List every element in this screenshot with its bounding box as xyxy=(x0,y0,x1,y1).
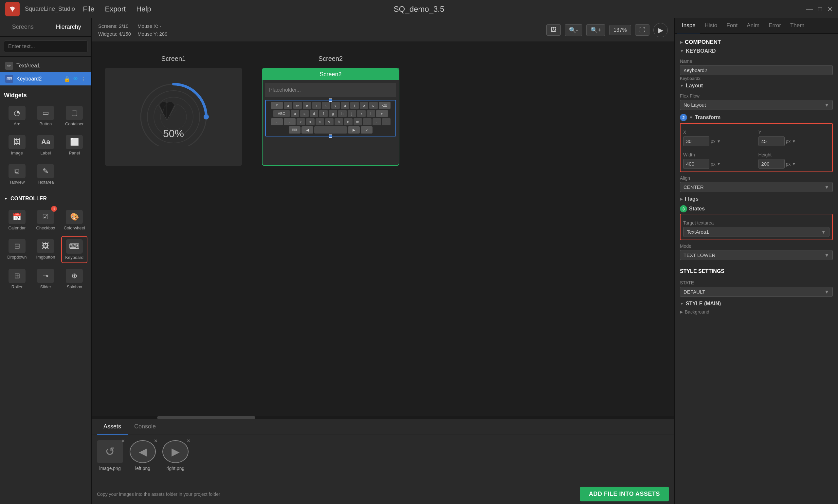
key-q[interactable]: q xyxy=(284,102,292,109)
widget-checkbox[interactable]: ☑ Checkbox 1 xyxy=(33,207,59,233)
canvas-scrollbar[interactable] xyxy=(92,416,674,419)
widget-slider[interactable]: ⊸ Slider xyxy=(33,266,59,292)
key-dash[interactable]: - xyxy=(284,118,296,125)
widget-image[interactable]: 🖼 Image xyxy=(4,132,30,158)
key-space[interactable] xyxy=(314,126,347,133)
widget-calendar[interactable]: 📅 Calendar xyxy=(4,207,30,233)
screen1-canvas[interactable]: 50% xyxy=(105,68,242,166)
search-input[interactable] xyxy=(4,40,87,52)
tab-hierarchy[interactable]: Hierarchy xyxy=(46,18,92,36)
maximize-button[interactable]: □ xyxy=(818,5,822,13)
widget-colorwheel[interactable]: 🎨 Colorwheel xyxy=(61,207,87,233)
target-textarea-dropdown[interactable]: TextArea1 ▼ xyxy=(683,227,830,237)
key-m[interactable]: m xyxy=(354,118,362,125)
canvas-viewport[interactable]: Screen1 xyxy=(92,42,674,419)
menu-file[interactable]: File xyxy=(83,5,94,14)
width-arrow[interactable]: ▼ xyxy=(717,162,721,166)
tab-anim[interactable]: Anim xyxy=(742,18,764,33)
mode-dropdown[interactable]: TEXT LOWER ▼ xyxy=(680,250,833,260)
zoom-level[interactable]: 137% xyxy=(609,25,631,35)
key-d[interactable]: d xyxy=(310,110,318,117)
widget-imgbutton[interactable]: 🖼 Imgbutton xyxy=(33,236,59,263)
key-k[interactable]: k xyxy=(357,110,365,117)
screen2-canvas[interactable]: Screen2 Placeholder... xyxy=(262,68,399,166)
key-l[interactable]: l xyxy=(367,110,375,117)
controller-collapse-arrow[interactable]: ▼ xyxy=(4,196,8,201)
background-section[interactable]: ▶ Background xyxy=(680,308,833,316)
state-dropdown[interactable]: DEFAULT ▼ xyxy=(680,287,833,297)
height-arrow[interactable]: ▼ xyxy=(792,162,796,166)
key-shift-left[interactable]: - xyxy=(271,118,283,125)
widget-spinbox[interactable]: ⊕ Spinbox xyxy=(61,266,87,292)
key-o[interactable]: o xyxy=(360,102,368,109)
key-e[interactable]: e xyxy=(303,102,311,109)
key-comma[interactable]: , xyxy=(363,118,372,125)
widget-label[interactable]: Aa Label xyxy=(33,132,59,158)
key-i[interactable]: i xyxy=(350,102,359,109)
tab-theme[interactable]: Them xyxy=(786,18,809,33)
key-c[interactable]: c xyxy=(316,118,324,125)
width-input[interactable] xyxy=(683,159,709,169)
textarea-placeholder[interactable]: Placeholder... xyxy=(265,83,396,97)
widget-arc[interactable]: ◔ Arc xyxy=(4,103,30,129)
tab-font[interactable]: Font xyxy=(722,18,742,33)
image-icon-btn[interactable]: 🖼 xyxy=(546,24,561,36)
tab-error[interactable]: Error xyxy=(764,18,786,33)
key-w[interactable]: w xyxy=(293,102,302,109)
key-t[interactable]: t xyxy=(322,102,330,109)
key-right-arrow[interactable]: ▶ xyxy=(348,126,360,133)
key-g[interactable]: g xyxy=(329,110,337,117)
lock-icon[interactable]: 🔒 xyxy=(64,76,70,82)
close-button[interactable]: ✕ xyxy=(827,5,833,13)
key-period[interactable]: . xyxy=(373,118,381,125)
key-j[interactable]: j xyxy=(347,110,356,117)
zoom-out-button[interactable]: 🔍- xyxy=(565,24,582,36)
key-colon[interactable]: : xyxy=(382,118,391,125)
key-p[interactable]: p xyxy=(369,102,378,109)
hierarchy-item-textarea1[interactable]: ✏ TextArea1 xyxy=(0,59,91,72)
tab-history[interactable]: Histo xyxy=(700,18,722,33)
flex-flow-dropdown[interactable]: No Layout ▼ xyxy=(680,100,833,110)
layout-section[interactable]: ▼ Layout xyxy=(680,82,833,90)
x-input[interactable] xyxy=(683,136,709,146)
add-file-button[interactable]: ADD FILE INTO ASSETS xyxy=(580,487,669,501)
widget-tabview[interactable]: ⧉ Tabview xyxy=(4,161,30,187)
key-v[interactable]: v xyxy=(325,118,334,125)
widget-panel[interactable]: ⬜ Panel xyxy=(61,132,87,158)
keyboard-widget[interactable]: # q w e r t y u i o xyxy=(265,100,396,137)
menu-help[interactable]: Help xyxy=(136,5,151,14)
key-s[interactable]: s xyxy=(300,110,309,117)
key-abc[interactable]: ABC xyxy=(273,110,290,117)
component-section[interactable]: ▶ COMPONENT xyxy=(680,38,833,47)
style-main-section[interactable]: ▼ STYLE (MAIN) xyxy=(680,300,833,308)
keyboard-section[interactable]: ▼ KEYBOARD xyxy=(680,47,833,55)
eye-icon[interactable]: 👁 xyxy=(73,76,78,82)
minimize-button[interactable]: — xyxy=(806,5,813,13)
transform-section[interactable]: ▼ Transform xyxy=(689,113,833,122)
y-input[interactable] xyxy=(759,136,785,146)
widget-button[interactable]: ▭ Button xyxy=(33,103,59,129)
align-dropdown[interactable]: CENTER ▼ xyxy=(680,182,833,192)
tab-screens[interactable]: Screens xyxy=(0,18,46,36)
key-r[interactable]: r xyxy=(312,102,321,109)
widget-roller[interactable]: ⊞ Roller xyxy=(4,266,30,292)
asset-close-image[interactable]: ✕ xyxy=(121,438,125,444)
flags-section[interactable]: ▶ Flags xyxy=(680,195,833,203)
key-a[interactable]: a xyxy=(291,110,299,117)
key-check[interactable]: ✓ xyxy=(361,126,373,133)
play-button[interactable]: ▶ xyxy=(653,23,668,37)
key-kb-icon[interactable]: ⌨ xyxy=(289,126,301,133)
key-y[interactable]: y xyxy=(331,102,340,109)
tab-assets[interactable]: Assets xyxy=(97,419,128,435)
widget-dropdown[interactable]: ⊟ Dropdown xyxy=(4,236,30,263)
zoom-in-button[interactable]: 🔍+ xyxy=(586,24,606,36)
asset-close-right[interactable]: ✕ xyxy=(186,438,191,444)
asset-close-left[interactable]: ✕ xyxy=(154,438,158,444)
fullscreen-button[interactable]: ⛶ xyxy=(635,24,649,36)
tab-inspect[interactable]: Inspe xyxy=(677,18,700,33)
key-u[interactable]: u xyxy=(341,102,349,109)
menu-export[interactable]: Export xyxy=(105,5,126,14)
key-n[interactable]: n xyxy=(344,118,353,125)
widget-keyboard[interactable]: ⌨ Keyboard xyxy=(61,236,87,263)
height-input[interactable] xyxy=(759,159,785,169)
